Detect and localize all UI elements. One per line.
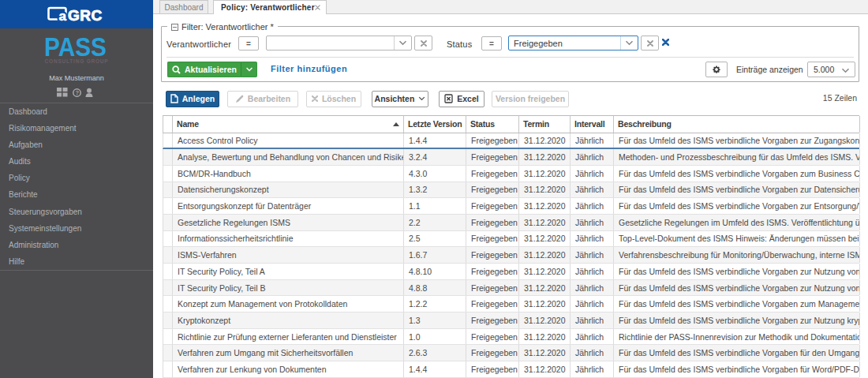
svg-text:PASS: PASS <box>44 36 107 58</box>
svg-text:GRC: GRC <box>68 7 103 23</box>
svg-text:?: ? <box>75 89 79 96</box>
svg-text:a: a <box>59 9 67 23</box>
